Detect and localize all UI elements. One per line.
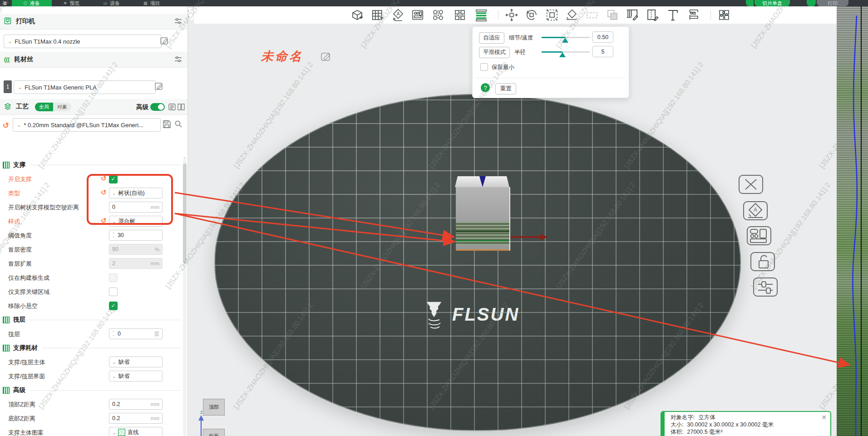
- reset-button[interactable]: 重置: [495, 83, 516, 94]
- scroll-up-icon[interactable]: ⌃: [183, 157, 186, 161]
- plugin-icon[interactable]: [717, 8, 731, 22]
- filament-section-title: 耗材丝: [14, 55, 33, 64]
- slice-button[interactable]: 切片单盘: [755, 0, 790, 6]
- printer-section-title: 打印机: [16, 17, 35, 25]
- unit-label: 层: [154, 331, 160, 337]
- setting-checkbox[interactable]: ✓: [109, 175, 118, 183]
- slice-dropdown-segment[interactable]: [746, 0, 754, 6]
- auto-orient-icon[interactable]: A: [391, 8, 405, 22]
- help-icon[interactable]: ?: [481, 83, 490, 92]
- reset-icon[interactable]: ↺: [101, 188, 107, 197]
- quality-value-field[interactable]: 0.50: [592, 31, 613, 43]
- setting-dropdown[interactable]: ⌄混合树: [109, 216, 163, 227]
- reset-icon[interactable]: ↺: [101, 174, 107, 183]
- spinner-arrows-icon[interactable]: ⌃⌄: [112, 233, 115, 238]
- arrange-icon[interactable]: [411, 8, 424, 22]
- setting-checkbox[interactable]: ✓: [109, 273, 118, 282]
- split-to-objects-icon[interactable]: [431, 8, 445, 22]
- adaptive-button[interactable]: 自适应: [479, 32, 504, 44]
- info-rows: 对象名字:立方体大小:30.0002 x 30.0002 x 30.0002 毫…: [671, 414, 774, 436]
- viewcube-front-face[interactable]: 前面: [203, 429, 225, 436]
- seam-paint-icon[interactable]: [646, 8, 659, 22]
- filament-settings-icon[interactable]: [174, 56, 182, 64]
- top-tab[interactable]: ⬡准备: [12, 0, 52, 6]
- printer-settings-icon[interactable]: [174, 18, 182, 26]
- close-icon[interactable]: ✕: [821, 414, 827, 421]
- setting-input[interactable]: 0.2mm: [109, 399, 163, 410]
- variable-layer-height-icon[interactable]: [474, 8, 488, 22]
- lay-flat-icon[interactable]: [565, 8, 578, 22]
- radius-slider[interactable]: [542, 51, 590, 53]
- measure-icon[interactable]: [686, 8, 700, 22]
- filament-index-badge: 1: [4, 80, 12, 93]
- viewcube-top-face[interactable]: 顶部: [203, 399, 225, 416]
- filament-edit-icon[interactable]: [154, 82, 164, 92]
- top-tab[interactable]: ≋预览: [52, 0, 92, 6]
- process-icon: [4, 103, 11, 111]
- delete-object-button[interactable]: [738, 174, 764, 194]
- setting-spinner[interactable]: ⌃⌄0层: [109, 328, 163, 339]
- compare-icon[interactable]: [178, 104, 185, 112]
- keep-min-checkbox[interactable]: [480, 63, 488, 71]
- process-section-title: 工艺: [16, 103, 29, 111]
- section-title: 支撑: [13, 161, 25, 169]
- text-tool-icon[interactable]: [666, 8, 680, 22]
- add-plate-icon[interactable]: [371, 8, 385, 22]
- reset-icon[interactable]: ↺: [101, 217, 107, 225]
- setting-input[interactable]: 0.2mm: [109, 413, 163, 424]
- setting-dropdown[interactable]: ⌄树状(自动): [109, 188, 163, 198]
- preset-reset-icon[interactable]: ↺: [3, 121, 9, 130]
- advanced-toggle[interactable]: [150, 103, 165, 111]
- section-icon: [3, 387, 10, 394]
- print-dropdown-segment[interactable]: [807, 0, 816, 6]
- setting-dropdown[interactable]: ⌄缺省: [109, 371, 163, 382]
- setting-input[interactable]: 90%: [109, 244, 163, 255]
- scrollbar-thumb[interactable]: [183, 164, 187, 263]
- setting-checkbox[interactable]: ✓: [109, 287, 118, 296]
- settings-row: 开启树状支撑模型空驶距离 ↺ 0mm: [0, 200, 182, 214]
- filament-preset-dropdown[interactable]: ⌄FLSun T1Max Generic PLA: [14, 80, 156, 94]
- arrange-button[interactable]: [746, 226, 772, 246]
- plates-grid-icon[interactable]: ▦: [3, 0, 7, 5]
- top-tab[interactable]: ▭设备: [91, 0, 132, 6]
- printer-preset-dropdown[interactable]: ⌄FLSun T1Max 0.4 nozzle: [4, 35, 162, 48]
- scope-switch[interactable]: 全局 对象: [35, 103, 71, 111]
- top-tab[interactable]: ▤项目: [132, 0, 172, 6]
- scope-object-pill[interactable]: 对象: [53, 103, 71, 111]
- boolean-icon[interactable]: [606, 8, 619, 22]
- setting-dropdown[interactable]: ⌄直线: [109, 427, 163, 436]
- cut-icon[interactable]: [585, 8, 599, 22]
- printer-edit-icon[interactable]: [160, 36, 170, 46]
- search-icon[interactable]: [174, 120, 182, 130]
- save-preset-icon[interactable]: [163, 120, 171, 130]
- setting-dropdown[interactable]: ⌄缺省: [109, 357, 163, 367]
- setting-spinner[interactable]: ⌃⌄30: [109, 230, 163, 241]
- support-paint-icon[interactable]: [625, 8, 639, 22]
- radius-slider-handle[interactable]: [559, 52, 566, 57]
- split-to-parts-icon[interactable]: [453, 8, 467, 22]
- quality-slider[interactable]: [542, 37, 590, 38]
- add-object-icon[interactable]: [350, 8, 364, 22]
- print-button[interactable]: 打印: [817, 0, 848, 6]
- process-preset-dropdown[interactable]: ⌄* 0.20mm Standard @FLSun T1Max Generi..…: [13, 118, 161, 132]
- adjust-settings-button[interactable]: [753, 277, 778, 297]
- scale-icon[interactable]: [545, 8, 559, 22]
- right-preview-band[interactable]: [837, 6, 868, 436]
- auto-orient-button[interactable]: A: [743, 201, 768, 221]
- radius-value-field[interactable]: 5: [592, 46, 613, 57]
- smooth-mode-button[interactable]: 平滑模式: [479, 47, 510, 58]
- panel-scrollbar[interactable]: ⌃: [183, 159, 187, 436]
- build-plate[interactable]: [214, 94, 741, 431]
- scope-global-pill[interactable]: 全局: [35, 103, 53, 111]
- quality-slider-handle[interactable]: [562, 38, 568, 43]
- lock-button[interactable]: [750, 252, 775, 272]
- setting-checkbox[interactable]: ✓: [109, 302, 118, 310]
- viewport-3d[interactable]: ‹› A 未命名 FLSUN: [188, 6, 837, 436]
- setting-input[interactable]: 0mm: [109, 202, 163, 213]
- rotate-icon[interactable]: [525, 8, 538, 22]
- spinner-arrows-icon[interactable]: ⌃⌄: [112, 331, 115, 337]
- setting-input[interactable]: 2mm: [109, 258, 163, 269]
- project-title-edit-icon[interactable]: [321, 52, 332, 64]
- move-icon[interactable]: [505, 8, 518, 22]
- objects-list-icon[interactable]: [168, 104, 176, 112]
